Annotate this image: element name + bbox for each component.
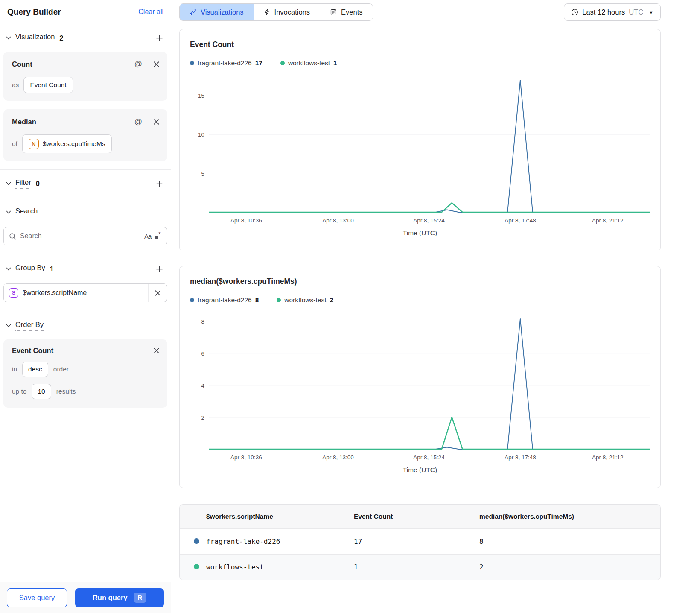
legend-series-name: fragrant-lake-d226	[198, 59, 252, 67]
plot-area[interactable]: Apr 8, 10:36Apr 8, 13:00Apr 8, 15:24Apr …	[209, 76, 650, 213]
y-tick-label: 8	[201, 318, 204, 325]
close-icon	[153, 61, 160, 67]
y-tick-label: 2	[201, 415, 204, 421]
legend-dot	[277, 298, 281, 302]
legend-series-total: 1	[333, 59, 337, 67]
plot-area[interactable]: Apr 8, 10:36Apr 8, 13:00Apr 8, 15:24Apr …	[209, 312, 650, 450]
median-field-name: $workers.cpuTimeMs	[43, 140, 105, 148]
col-header-median: median($workers.cpuTimeMs)	[479, 513, 660, 520]
results-table: $workers.scriptName Event Count median($…	[179, 504, 661, 580]
topbar: Visualizations Invocations Events	[179, 3, 661, 21]
plus-icon	[156, 180, 163, 187]
tab-visualizations[interactable]: Visualizations	[180, 4, 254, 20]
group-by-field-name: $workers.scriptName	[23, 289, 87, 297]
add-visualization-button[interactable]	[155, 34, 164, 43]
close-icon	[153, 347, 160, 354]
legend-series-total: 8	[255, 296, 259, 304]
x-axis-labels: Apr 8, 10:36Apr 8, 13:00Apr 8, 15:24Apr …	[209, 217, 650, 226]
sidebar-footer: Save query Run query R	[0, 582, 171, 613]
legend-item[interactable]: fragrant-lake-d2268	[190, 296, 259, 304]
group-by-field-selector[interactable]: S $workers.scriptName	[4, 288, 148, 298]
remove-median-button[interactable]	[152, 118, 160, 126]
sidebar-content: Visualization 2 Count @ as Event Count	[0, 24, 171, 582]
x-tick-label: Apr 8, 10:36	[230, 217, 262, 224]
add-filter-button[interactable]	[155, 179, 164, 188]
sort-direction-selector[interactable]: desc	[22, 362, 48, 377]
sidebar-header: Query Builder Clear all	[0, 0, 171, 24]
mention-icon[interactable]: @	[134, 59, 143, 70]
run-query-button[interactable]: Run query R	[75, 588, 164, 607]
chart-legend: fragrant-lake-d22617workflows-test1	[190, 59, 650, 67]
limit-input[interactable]: 10	[32, 384, 51, 399]
section-visualization-label: Visualization	[15, 33, 55, 43]
regex-icon[interactable]: *	[155, 233, 161, 239]
chevron-down-icon[interactable]	[6, 209, 12, 215]
y-tick-label: 4	[201, 382, 204, 389]
section-visualization-count: 2	[59, 34, 63, 42]
run-shortcut-badge: R	[134, 593, 146, 603]
section-search: Search	[0, 198, 171, 222]
legend-item[interactable]: fragrant-lake-d22617	[190, 59, 262, 67]
x-tick-label: Apr 8, 13:00	[322, 454, 354, 461]
section-group-by-label: Group By	[15, 264, 45, 274]
legend-item[interactable]: workflows-test1	[280, 59, 337, 67]
match-case-icon[interactable]: Aa	[144, 233, 151, 240]
legend-item[interactable]: workflows-test2	[277, 296, 333, 304]
remove-count-button[interactable]	[152, 60, 160, 68]
aggregation-card-count: Count @ as Event Count	[3, 52, 167, 101]
legend-series-total: 17	[255, 59, 262, 67]
chevron-down-icon[interactable]	[6, 181, 12, 187]
tab-label: Invocations	[274, 8, 310, 16]
series-line	[209, 319, 650, 449]
of-label: of	[12, 140, 18, 148]
cell-median: 8	[479, 537, 660, 546]
remove-group-by-button[interactable]	[148, 284, 167, 302]
clock-icon	[571, 9, 578, 16]
plus-icon	[156, 266, 163, 273]
count-alias-field[interactable]: Event Count	[23, 77, 73, 93]
order-by-card: Event Count in desc order up to 10 resul…	[3, 339, 167, 408]
search-input[interactable]	[20, 232, 140, 240]
add-group-by-button[interactable]	[155, 265, 164, 274]
time-range-selector[interactable]: Last 12 hours UTC ▼	[564, 3, 661, 21]
cell-event-count: 1	[354, 563, 479, 571]
series-line	[209, 203, 650, 212]
cell-median: 2	[479, 563, 660, 571]
legend-dot	[190, 298, 194, 302]
section-order-by-label: Order By	[15, 321, 44, 331]
section-filter-count: 0	[36, 180, 40, 188]
x-tick-label: Apr 8, 17:48	[505, 454, 536, 461]
chart-title: median($workers.cpuTimeMs)	[190, 277, 650, 286]
x-axis-title: Time (UTC)	[190, 466, 650, 474]
events-icon	[330, 9, 337, 16]
chevron-down-icon[interactable]	[6, 266, 12, 272]
remove-order-by-button[interactable]	[152, 347, 160, 355]
x-axis-title: Time (UTC)	[190, 229, 650, 237]
app: Query Builder Clear all Visualization 2 …	[0, 0, 700, 613]
col-header-script-name: $workers.scriptName	[206, 513, 354, 520]
mention-icon[interactable]: @	[134, 117, 143, 127]
col-header-event-count: Event Count	[354, 513, 479, 520]
median-field-selector[interactable]: N $workers.cpuTimeMs	[22, 134, 112, 153]
table-row[interactable]: workflows-test12	[180, 554, 660, 580]
query-builder-sidebar: Query Builder Clear all Visualization 2 …	[0, 0, 171, 613]
table-row[interactable]: fragrant-lake-d226178	[180, 528, 660, 554]
legend-series-name: workflows-test	[288, 59, 330, 67]
save-query-button[interactable]: Save query	[7, 588, 67, 607]
legend-dot	[190, 61, 194, 65]
chart-legend: fragrant-lake-d2268workflows-test2	[190, 296, 650, 304]
chevron-down-icon[interactable]	[6, 35, 12, 41]
cell-script-name: workflows-test	[206, 563, 354, 571]
chevron-down-icon[interactable]	[6, 323, 12, 329]
search-box: Aa *	[3, 227, 167, 245]
legend-series-total: 2	[330, 296, 333, 304]
table-header-row: $workers.scriptName Event Count median($…	[180, 505, 660, 528]
series-color-dot	[194, 564, 199, 569]
tab-invocations[interactable]: Invocations	[254, 4, 320, 20]
clear-all-button[interactable]: Clear all	[138, 8, 163, 16]
x-tick-label: Apr 8, 15:24	[413, 454, 445, 461]
tab-events[interactable]: Events	[320, 4, 372, 20]
aggregation-title: Median	[12, 118, 36, 126]
number-type-icon: N	[29, 139, 39, 149]
tab-label: Events	[341, 8, 362, 16]
